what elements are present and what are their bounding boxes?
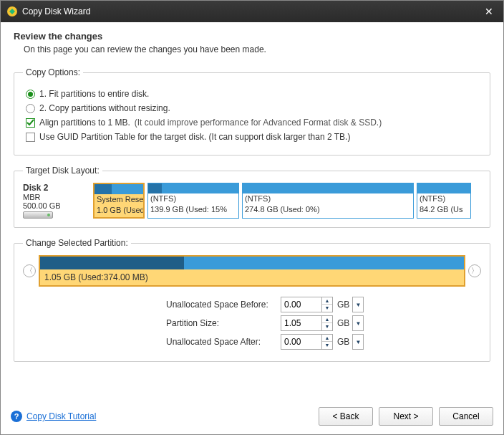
checkbox-align-hint: (It could improve performance for Advanc… — [135, 118, 382, 128]
radio-noresize-label: 2. Copy partitions without resizing. — [39, 103, 170, 113]
option-fit-row[interactable]: 1. Fit partitions to entire disk. — [26, 89, 481, 99]
partition-block[interactable]: (NTFS)274.8 GB (Used: 0%) — [242, 183, 414, 219]
checkbox-guid-label: Use GUID Partition Table for the target … — [39, 132, 350, 142]
selected-partition-caption: 1.05 GB (Used:374.00 MB) — [40, 269, 464, 285]
cancel-button[interactable]: Cancel — [439, 407, 493, 426]
up-icon[interactable]: ▲ — [322, 316, 332, 323]
target-layout-legend: Target Disk Layout: — [23, 166, 102, 176]
spinner-before[interactable]: ▲▼ — [281, 297, 333, 312]
footer: ? Copy Disk Tutorial < Back Next > Cance… — [1, 401, 503, 434]
page-title: Review the changes — [14, 31, 490, 42]
down-icon[interactable]: ▼ — [322, 342, 332, 349]
unit-dropdown-before[interactable]: ▼ — [352, 297, 364, 312]
unit-after: GB — [337, 337, 349, 347]
radio-fit-label: 1. Fit partitions to entire disk. — [39, 89, 149, 99]
unit-dropdown-after[interactable]: ▼ — [352, 334, 364, 350]
row-after: Unallocated Space After: ▲▼ GB ▼ — [23, 334, 481, 350]
disk-type: MBR — [23, 193, 89, 201]
partition-list: System Rese1.0 GB (Used:(NTFS)139.9 GB (… — [93, 183, 481, 219]
row-before: Unallocated Space Before: ▲▼ GB ▼ — [23, 297, 481, 312]
content-area: Review the changes On this page you can … — [1, 22, 503, 401]
change-area: 〈 1.05 GB (Used:374.00 MB) 〉 — [23, 255, 481, 287]
partition-used — [148, 183, 162, 193]
checkbox-align[interactable] — [26, 118, 35, 128]
partition-block[interactable]: (NTFS)139.9 GB (Used: 15% — [147, 183, 239, 219]
partition-bar — [148, 183, 238, 193]
radio-fit[interactable] — [26, 90, 35, 99]
prev-partition-button[interactable]: 〈 — [23, 264, 36, 277]
copy-options-legend: Copy Options: — [23, 67, 83, 77]
next-partition-button[interactable]: 〉 — [468, 264, 481, 277]
next-button[interactable]: Next > — [379, 407, 433, 426]
checkbox-guid[interactable] — [26, 133, 35, 142]
row-size: Partition Size: ▲▼ GB ▼ — [23, 315, 481, 331]
partition-block[interactable]: System Rese1.0 GB (Used: — [93, 183, 145, 219]
option-noresize-row[interactable]: 2. Copy partitions without resizing. — [26, 103, 481, 113]
down-icon[interactable]: ▼ — [322, 305, 332, 312]
partition-used — [94, 184, 112, 194]
option-align-row[interactable]: Align partitions to 1 MB. (It could impr… — [26, 118, 481, 128]
label-after: Unallocated Space After: — [166, 337, 281, 347]
partition-bar — [94, 184, 143, 194]
checkbox-align-label: Align partitions to 1 MB. — [39, 118, 130, 128]
partition-bar — [243, 183, 413, 193]
disk-layout: Disk 2 MBR 500.00 GB System Rese1.0 GB (… — [23, 183, 481, 219]
partition-label-1: (NTFS) — [417, 193, 470, 204]
up-icon[interactable]: ▲ — [322, 297, 332, 305]
partition-label-2: 139.9 GB (Used: 15% — [148, 204, 238, 215]
partition-label-2: 84.2 GB (Us — [417, 204, 470, 215]
partition-label-2: 274.8 GB (Used: 0%) — [243, 204, 413, 215]
page-subtitle: On this page you can review the changes … — [24, 44, 490, 54]
help-area: ? Copy Disk Tutorial — [11, 411, 96, 422]
input-before[interactable] — [281, 297, 321, 312]
up-icon[interactable]: ▲ — [322, 335, 332, 342]
radio-noresize[interactable] — [26, 104, 35, 113]
input-size[interactable] — [281, 316, 321, 330]
change-partition-legend: Change Selected Partition: — [23, 238, 131, 248]
partition-bar — [417, 183, 470, 193]
app-icon — [6, 6, 18, 17]
close-icon[interactable]: ✕ — [480, 6, 498, 17]
label-size: Partition Size: — [166, 318, 281, 328]
change-partition-group: Change Selected Partition: 〈 1.05 GB (Us… — [14, 238, 490, 362]
back-button[interactable]: < Back — [319, 407, 373, 426]
partition-label-1: (NTFS) — [148, 193, 238, 204]
selected-partition-block[interactable]: 1.05 GB (Used:374.00 MB) — [39, 255, 465, 287]
unit-size: GB — [337, 318, 349, 328]
label-before: Unallocated Space Before: — [166, 300, 281, 310]
partition-label-1: (NTFS) — [243, 193, 413, 204]
unit-before: GB — [337, 300, 349, 310]
selected-partition-bar[interactable] — [40, 257, 464, 269]
partition-block[interactable]: (NTFS)84.2 GB (Us — [417, 183, 471, 219]
selected-partition-used — [40, 257, 184, 269]
partition-label-1: System Rese — [94, 194, 143, 205]
titlebar: Copy Disk Wizard ✕ — [1, 1, 503, 22]
help-icon[interactable]: ? — [11, 411, 22, 422]
disk-info: Disk 2 MBR 500.00 GB — [23, 183, 89, 219]
copy-options-group: Copy Options: 1. Fit partitions to entir… — [14, 67, 490, 156]
size-form: Unallocated Space Before: ▲▼ GB ▼ Partit… — [23, 297, 481, 350]
partition-label-2: 1.0 GB (Used: — [94, 205, 143, 216]
window-title: Copy Disk Wizard — [22, 6, 480, 16]
spinner-size[interactable]: ▲▼ — [281, 315, 333, 331]
disk-icon — [23, 211, 53, 219]
input-after[interactable] — [281, 335, 321, 349]
option-guid-row[interactable]: Use GUID Partition Table for the target … — [26, 132, 481, 142]
unit-dropdown-size[interactable]: ▼ — [352, 315, 364, 331]
wizard-window: Copy Disk Wizard ✕ Review the changes On… — [0, 0, 504, 435]
disk-size: 500.00 GB — [23, 201, 89, 210]
target-layout-group: Target Disk Layout: Disk 2 MBR 500.00 GB… — [14, 166, 490, 228]
disk-name: Disk 2 — [23, 183, 89, 193]
tutorial-link[interactable]: Copy Disk Tutorial — [26, 411, 96, 421]
spinner-after[interactable]: ▲▼ — [281, 334, 333, 350]
down-icon[interactable]: ▼ — [322, 323, 332, 330]
